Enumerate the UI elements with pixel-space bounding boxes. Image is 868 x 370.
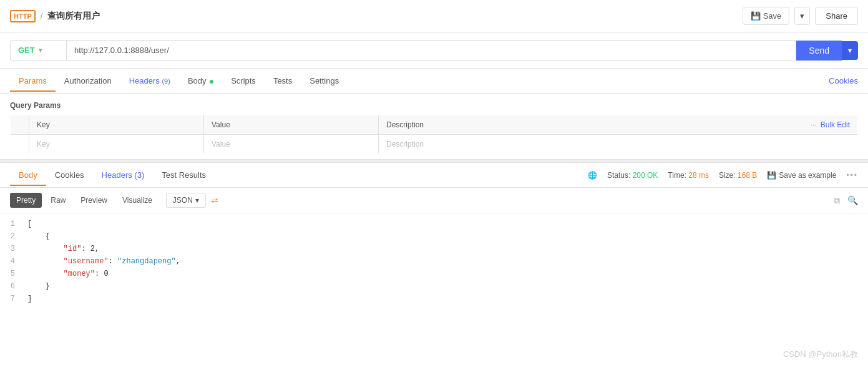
status-label: Status: 200 OK	[607, 171, 658, 180]
top-bar: HTTP / 查询所有用户 💾 Save ▾ Share	[0, 0, 868, 32]
share-button[interactable]: Share	[815, 7, 858, 25]
line-content-5: "money": 0	[25, 268, 868, 281]
line-num-7: 7	[0, 293, 25, 306]
tab-tests[interactable]: Tests	[265, 70, 301, 92]
line-content-2: {	[25, 231, 868, 243]
size-label: Size: 168 B	[719, 171, 757, 180]
search-icon[interactable]: 🔍	[847, 195, 858, 205]
params-empty-row: Key Value Description	[11, 135, 858, 154]
code-line-3: 3 "id": 2,	[0, 243, 868, 256]
response-tabs: Body Cookies Headers (3) Test Results 🌐 …	[0, 163, 868, 188]
save-button[interactable]: 💾 Save	[743, 7, 790, 25]
params-col-key: Key	[29, 115, 204, 135]
json-dropdown-chevron: ▾	[195, 196, 199, 205]
params-row-key[interactable]: Key	[29, 135, 204, 154]
tab-body[interactable]: Body	[179, 70, 222, 92]
response-status: 🌐 Status: 200 OK Time: 28 ms Size: 168 B…	[588, 171, 858, 180]
wrap-icon[interactable]: ⇌	[211, 195, 218, 205]
line-content-7: ]	[25, 293, 868, 306]
watermark: CSDN @Python私教	[783, 349, 858, 360]
bulk-edit-button[interactable]: Bulk Edit	[821, 120, 850, 129]
save-label: Save	[763, 11, 782, 21]
fmt-tab-preview[interactable]: Preview	[74, 193, 114, 208]
code-line-6: 6 }	[0, 281, 868, 293]
time-label: Time: 28 ms	[668, 171, 709, 180]
json-format-dropdown[interactable]: JSON ▾	[166, 193, 206, 208]
params-col-checkbox	[11, 115, 29, 135]
bulk-dots-icon: ···	[811, 120, 817, 129]
format-row: Pretty Raw Preview Visualize JSON ▾ ⇌ ⧉ …	[0, 188, 868, 213]
params-row-checkbox	[11, 135, 29, 154]
save-dropdown-button[interactable]: ▾	[794, 7, 810, 25]
breadcrumb: HTTP / 查询所有用户	[10, 10, 100, 22]
send-button[interactable]: Send	[796, 41, 842, 61]
line-content-6: }	[25, 281, 868, 293]
line-content-3: "id": 2,	[25, 243, 868, 256]
save-icon: 💾	[751, 11, 761, 21]
fmt-tab-raw[interactable]: Raw	[44, 193, 72, 208]
line-num-5: 5	[0, 268, 25, 281]
tab-authorization[interactable]: Authorization	[56, 70, 120, 92]
tab-settings[interactable]: Settings	[301, 70, 348, 92]
app-logo: HTTP	[10, 10, 36, 22]
time-value: 28 ms	[688, 171, 709, 180]
params-row-desc[interactable]: Description	[379, 135, 858, 154]
res-tab-test-results[interactable]: Test Results	[153, 164, 215, 186]
url-bar: GET ▾ Send ▾	[0, 32, 868, 69]
code-line-4: 4 "username": "zhangdapeng",	[0, 256, 868, 268]
res-tab-cookies[interactable]: Cookies	[46, 164, 93, 186]
line-num-4: 4	[0, 256, 25, 268]
json-format-label: JSON	[173, 196, 193, 205]
send-dropdown-button[interactable]: ▾	[842, 41, 858, 60]
format-right-actions: ⧉ 🔍	[834, 195, 858, 206]
breadcrumb-current: 查询所有用户	[47, 11, 100, 22]
code-line-1: 1 [	[0, 218, 868, 231]
more-options-button[interactable]: •••	[846, 171, 858, 180]
request-tabs: Params Authorization Headers (9) Body Sc…	[0, 69, 868, 94]
url-input[interactable]	[66, 40, 796, 61]
tab-scripts[interactable]: Scripts	[222, 70, 265, 92]
code-line-7: 7 ]	[0, 293, 868, 306]
top-bar-actions: 💾 Save ▾ Share	[743, 7, 858, 25]
save-example-button[interactable]: 💾 Save as example	[767, 171, 836, 180]
params-col-desc: Description ··· Bulk Edit	[379, 115, 858, 135]
method-value: GET	[18, 46, 35, 55]
query-params-title: Query Params	[10, 101, 858, 110]
size-value: 168 B	[738, 171, 757, 180]
tab-params[interactable]: Params	[10, 70, 56, 92]
fmt-tab-pretty[interactable]: Pretty	[10, 193, 42, 208]
save-icon: 💾	[767, 171, 776, 180]
tab-cookies[interactable]: Cookies	[829, 76, 858, 85]
code-line-2: 2 {	[0, 231, 868, 243]
line-content-4: "username": "zhangdapeng",	[25, 256, 868, 268]
res-tab-body[interactable]: Body	[10, 164, 46, 186]
params-row-value[interactable]: Value	[204, 135, 379, 154]
params-table: Key Value Description ··· Bulk Edit Key	[10, 115, 858, 154]
res-tab-headers[interactable]: Headers (3)	[93, 164, 154, 186]
body-dot	[210, 80, 213, 84]
query-params-section: Query Params Key Value Description ··· B…	[0, 94, 868, 154]
copy-icon[interactable]: ⧉	[834, 195, 840, 206]
tab-headers[interactable]: Headers (9)	[120, 70, 179, 92]
line-num-1: 1	[0, 218, 25, 231]
fmt-tab-visualize[interactable]: Visualize	[116, 193, 158, 208]
line-num-3: 3	[0, 243, 25, 256]
breadcrumb-separator: /	[41, 11, 43, 21]
params-col-value: Value	[204, 115, 379, 135]
method-select[interactable]: GET ▾	[10, 40, 66, 61]
globe-icon: 🌐	[588, 171, 597, 180]
code-area: 1 [ 2 { 3 "id": 2, 4 "username": "zhangd…	[0, 213, 868, 311]
line-num-2: 2	[0, 231, 25, 243]
method-chevron-icon: ▾	[39, 47, 42, 54]
line-num-6: 6	[0, 281, 25, 293]
code-line-5: 5 "money": 0	[0, 268, 868, 281]
line-content-1: [	[25, 218, 868, 231]
status-value: 200 OK	[633, 171, 658, 180]
